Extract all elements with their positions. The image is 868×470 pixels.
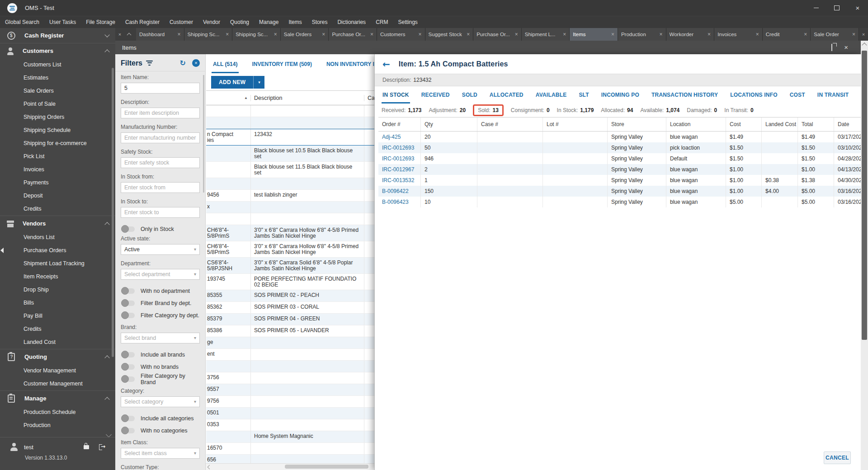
filter-category-by-dept-toggle[interactable]: [122, 313, 135, 318]
sidebar-item[interactable]: Credits: [0, 323, 115, 336]
tab-close-icon[interactable]: ×: [274, 31, 277, 38]
active-state-select[interactable]: Active▾: [121, 244, 200, 255]
lock-icon[interactable]: [84, 445, 89, 449]
document-tab[interactable]: Sale Order ×: [811, 28, 859, 41]
tab-close-icon[interactable]: ×: [515, 31, 518, 38]
with-no-brands-toggle[interactable]: [122, 364, 135, 370]
column-header[interactable]: Store: [608, 118, 666, 131]
order-link[interactable]: IRC-0012693: [378, 142, 421, 153]
tab-close-icon[interactable]: ×: [708, 31, 711, 38]
order-link[interactable]: B-0096423: [378, 197, 421, 207]
category-select[interactable]: Select category▾: [121, 396, 200, 407]
tab-close-icon[interactable]: ×: [322, 31, 325, 38]
sidebar-section-header[interactable]: Quoting: [0, 349, 115, 364]
column-header[interactable]: Landed Cost: [762, 118, 798, 131]
document-tab[interactable]: Purchase Or... ×: [473, 28, 522, 41]
manufacturing-number-input[interactable]: [121, 132, 200, 143]
brand-select[interactable]: Select brand▾: [121, 333, 200, 343]
in-stock-from-input[interactable]: [121, 182, 200, 193]
scroll-up-icon[interactable]: [862, 42, 867, 47]
filters-scrollbar[interactable]: [203, 75, 204, 193]
item-detail-tab[interactable]: COST: [789, 86, 806, 103]
description-column-header[interactable]: Description: [250, 95, 364, 101]
sidebar-item[interactable]: Estimates: [0, 71, 115, 85]
item-detail-tab[interactable]: INCOMING PO: [600, 86, 640, 103]
document-tab[interactable]: Purchase Or... ×: [329, 28, 377, 41]
sidebar-item[interactable]: Customers List: [0, 58, 115, 71]
in-stock-table-row[interactable]: B-0096422 150 Spring Valley blue wagan $…: [378, 186, 861, 197]
tab-close-icon[interactable]: ×: [852, 31, 855, 38]
filter-category-by-brand-toggle[interactable]: [122, 376, 135, 382]
with-no-categories-toggle[interactable]: [122, 428, 135, 433]
item-name-input[interactable]: [121, 83, 200, 94]
column-header[interactable]: Date: [834, 118, 861, 131]
sidebar-item[interactable]: Production: [0, 419, 115, 432]
sidebar-collapse-handle[interactable]: [0, 248, 4, 253]
sidebar-item[interactable]: Bills: [0, 296, 115, 310]
in-stock-to-input[interactable]: [121, 207, 200, 218]
in-stock-table-row[interactable]: IRC-0012967 2 Spring Valley blue wagan $…: [378, 164, 861, 175]
vertical-scrollbar[interactable]: [861, 41, 868, 470]
document-tab[interactable]: Items ×: [570, 28, 618, 41]
include-all-brands-toggle[interactable]: [122, 352, 135, 357]
logout-icon[interactable]: [99, 444, 105, 450]
menu-item[interactable]: File Storage: [81, 16, 120, 28]
item-detail-tab[interactable]: ALLOCATED: [489, 86, 524, 103]
item-detail-tab[interactable]: IN STOCK: [382, 86, 410, 103]
menu-item[interactable]: Stores: [307, 16, 333, 28]
sidebar-item[interactable]: Production Schedule: [0, 406, 115, 419]
document-tab[interactable]: Invoices ×: [714, 28, 763, 41]
sidebar-section-header[interactable]: Manage: [0, 391, 115, 406]
scrollbar-thumb[interactable]: [862, 51, 867, 340]
cancel-button[interactable]: CANCEL: [824, 451, 851, 464]
column-header[interactable]: Cost: [726, 118, 762, 131]
tab-close-icon[interactable]: ×: [467, 31, 470, 38]
column-header[interactable]: Order #: [378, 118, 421, 131]
filters-close-icon[interactable]: ×: [192, 59, 200, 67]
sidebar-item[interactable]: Vendor Management: [0, 364, 115, 377]
order-link[interactable]: B-0096422: [378, 186, 421, 197]
sidebar-item[interactable]: Shipping Schedule: [0, 124, 115, 137]
tab-strip-close-button[interactable]: ×: [859, 28, 868, 41]
item-detail-tab[interactable]: SOLD: [461, 86, 478, 103]
close-all-tabs-button[interactable]: ×: [115, 28, 124, 41]
order-link[interactable]: IRC-0012967: [378, 164, 421, 175]
include-all-categories-toggle[interactable]: [122, 416, 135, 421]
menu-item[interactable]: Quoting: [225, 16, 254, 28]
tab-strip-expand-button[interactable]: [124, 28, 133, 41]
description-input[interactable]: [121, 108, 200, 118]
sidebar-item[interactable]: Credits: [0, 202, 115, 216]
menu-item[interactable]: User Tasks: [44, 16, 81, 28]
document-tab[interactable]: Production ×: [618, 28, 666, 41]
with-no-department-toggle[interactable]: [122, 288, 135, 294]
back-arrow-button[interactable]: ←: [382, 60, 390, 69]
sidebar-item[interactable]: Point of Sale: [0, 98, 115, 111]
item-detail-tab[interactable]: TRANSACTION HISTORY: [651, 86, 719, 103]
scroll-left-icon[interactable]: [208, 465, 212, 470]
safety-stock-input[interactable]: [121, 157, 200, 168]
item-column-header[interactable]: ▲: [206, 96, 250, 100]
sidebar-scrollbar[interactable]: [112, 68, 114, 357]
tab-close-icon[interactable]: ×: [178, 31, 181, 38]
menu-item[interactable]: Items: [283, 16, 307, 28]
sidebar-section-header[interactable]: Cash Register: [0, 28, 115, 43]
menu-item[interactable]: Customer: [165, 16, 198, 28]
order-link[interactable]: Adj-425: [378, 132, 421, 142]
tab-close-icon[interactable]: ×: [756, 31, 759, 38]
sidebar-item[interactable]: Shipping Orders: [0, 111, 115, 124]
sidebar-item[interactable]: Invoices: [0, 163, 115, 176]
sidebar-item[interactable]: Pick List: [0, 150, 115, 163]
sidebar-item[interactable]: Shipment Load Tracking: [0, 257, 115, 270]
document-tab[interactable]: Sale Orders ×: [281, 28, 329, 41]
sidebar-item[interactable]: Item Receipts: [0, 270, 115, 283]
column-header[interactable]: Total: [798, 118, 834, 131]
sidebar-section-header[interactable]: Customers: [0, 43, 115, 58]
menu-item[interactable]: Manage: [254, 16, 283, 28]
sidebar-item[interactable]: Sale Orders: [0, 85, 115, 98]
window-maximize-button[interactable]: [826, 0, 847, 16]
in-stock-table-row[interactable]: Adj-425 20 Spring Valley blue wagan $1.4…: [378, 132, 861, 142]
item-detail-tab[interactable]: SLT: [578, 86, 590, 103]
in-stock-table-row[interactable]: IRC-0012693 50 Spring Valley pick loacti…: [378, 142, 861, 153]
tab-close-icon[interactable]: ×: [611, 31, 614, 38]
menu-item[interactable]: Global Search: [0, 16, 44, 28]
